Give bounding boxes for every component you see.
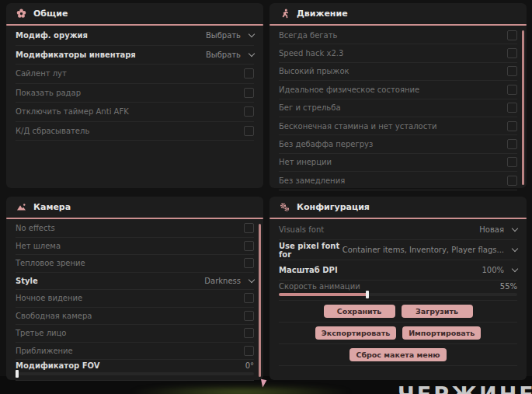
slider-value: 0° xyxy=(245,361,254,370)
row-content: Бег и стрельба xyxy=(279,103,517,113)
row-label: Всегда бегать xyxy=(279,31,337,40)
row-label: Style xyxy=(16,277,38,285)
chevron-down-icon xyxy=(249,277,255,283)
button-row: Сброс макета меню xyxy=(279,344,517,366)
row-camera-8[interactable]: Модификатор FOV0° xyxy=(16,360,254,381)
row-movement-3[interactable]: Идеальное физическое состояние xyxy=(279,81,517,99)
checkbox[interactable] xyxy=(244,126,254,136)
checkbox[interactable] xyxy=(244,311,254,321)
row-movement-5[interactable]: Бесконечная стамина и нет усталости xyxy=(279,117,517,135)
reset-menu-layout-button[interactable]: Сброс макета меню xyxy=(349,348,446,361)
row-movement-1[interactable]: Speed hack x2.3 xyxy=(279,44,517,62)
row-config-1[interactable]: Use pixel font forContainer items, Inven… xyxy=(279,240,517,260)
chevron-down-icon xyxy=(249,51,255,57)
dropdown[interactable]: 100% xyxy=(482,266,517,274)
row-label: Бег и стрельба xyxy=(279,103,341,112)
row-content: Без дебаффа перегруз xyxy=(279,139,517,149)
checkbox[interactable] xyxy=(244,258,254,268)
panel-title-general: Общие xyxy=(33,9,68,19)
checkbox[interactable] xyxy=(507,66,517,76)
row-general-5[interactable]: К/Д сбрасыватель xyxy=(16,122,254,141)
row-content: Высокий прыжок xyxy=(279,66,517,76)
runner-icon xyxy=(280,9,290,19)
row-content: Тепловое зрение xyxy=(16,258,254,268)
row-camera-0[interactable]: No effects xyxy=(16,220,254,238)
scrollbar[interactable] xyxy=(259,224,261,377)
scrollbar[interactable] xyxy=(522,30,524,185)
row-config-0[interactable]: Visuals fontНовая xyxy=(279,220,517,240)
checkbox[interactable] xyxy=(244,328,254,338)
row-content: Нет инерции xyxy=(279,157,517,167)
dropdown[interactable]: Container items, Inventory, Player flags… xyxy=(342,246,517,254)
slider-fill xyxy=(279,293,367,296)
panel-movement: ДвижениеВсегда бегатьSpeed hack x2.3Высо… xyxy=(269,3,527,188)
checkbox[interactable] xyxy=(244,88,254,98)
row-general-2[interactable]: Сайлент лут xyxy=(16,65,254,84)
checkbox[interactable] xyxy=(244,293,254,303)
row-content: Модификаторы инвентаряВыбрать xyxy=(16,51,254,59)
checkbox[interactable] xyxy=(244,106,254,117)
row-label: Скорость анимации xyxy=(279,282,360,291)
panel-header-camera[interactable]: Камера xyxy=(6,197,263,218)
row-content: Модификатор FOV0° xyxy=(16,361,254,370)
checkbox[interactable] xyxy=(244,346,254,356)
panel-header-general[interactable]: Общие xyxy=(6,3,263,24)
panel-header-movement[interactable]: Движение xyxy=(269,3,527,24)
dropdown[interactable]: Новая xyxy=(479,225,517,234)
dropdown[interactable]: Darkness xyxy=(204,277,254,285)
row-label: К/Д сбрасыватель xyxy=(16,127,89,135)
checkbox[interactable] xyxy=(507,157,517,167)
checkbox[interactable] xyxy=(507,48,517,58)
row-config-2[interactable]: Масштаб DPI100% xyxy=(279,260,517,281)
row-label: Нет инерции xyxy=(279,158,332,166)
panel-camera: КамераNo effectsНет шлемаТепловое зрение… xyxy=(6,197,263,380)
row-label: Ночное видение xyxy=(16,294,82,302)
export-button[interactable]: Экспортировать xyxy=(315,326,396,340)
row-content: StyleDarkness xyxy=(16,277,254,285)
slider-track[interactable] xyxy=(279,293,517,296)
row-camera-7[interactable]: Приближение xyxy=(16,343,254,361)
row-content: Нет шлема xyxy=(16,241,254,251)
row-content: Use pixel font forContainer items, Inven… xyxy=(279,242,517,259)
row-movement-7[interactable]: Нет инерции xyxy=(279,154,517,172)
checkbox[interactable] xyxy=(244,223,254,233)
row-general-3[interactable]: Показать радар xyxy=(16,84,254,103)
row-movement-4[interactable]: Бег и стрельба xyxy=(279,99,517,117)
row-movement-6[interactable]: Без дебаффа перегруз xyxy=(279,135,517,153)
checkbox[interactable] xyxy=(244,241,254,251)
dropdown-value: Darkness xyxy=(204,277,241,285)
row-camera-4[interactable]: Ночное видение xyxy=(16,290,254,308)
save-button[interactable]: Сохранить xyxy=(324,305,395,318)
slider-handle[interactable] xyxy=(366,291,369,298)
checkbox[interactable] xyxy=(244,68,254,78)
row-general-0[interactable]: Модиф. оружияВыбрать xyxy=(16,26,254,46)
checkbox[interactable] xyxy=(507,30,517,40)
row-config-3[interactable]: Скорость анимации55% xyxy=(279,281,517,301)
row-movement-2[interactable]: Высокий прыжок xyxy=(279,63,517,81)
row-content: Приближение xyxy=(16,346,254,356)
row-camera-6[interactable]: Третье лицо xyxy=(16,325,254,343)
row-movement-0[interactable]: Всегда бегать xyxy=(279,26,517,44)
slider-track[interactable] xyxy=(16,372,254,375)
panel-header-config[interactable]: Конфигурация xyxy=(269,197,527,218)
row-camera-1[interactable]: Нет шлема xyxy=(16,238,254,256)
row-camera-5[interactable]: Свободная камера xyxy=(16,308,254,326)
load-button[interactable]: Загрузить xyxy=(402,305,473,318)
dropdown[interactable]: Выбрать xyxy=(206,31,254,40)
dropdown[interactable]: Выбрать xyxy=(206,51,254,59)
chevron-down-icon xyxy=(512,246,518,252)
checkbox[interactable] xyxy=(507,139,517,149)
slider-handle[interactable] xyxy=(16,370,19,378)
row-general-4[interactable]: Отключить таймер Anti AFK xyxy=(16,103,254,122)
panel-title-camera: Камера xyxy=(33,202,71,212)
checkbox[interactable] xyxy=(507,103,517,113)
checkbox[interactable] xyxy=(507,121,517,131)
row-camera-2[interactable]: Тепловое зрение xyxy=(16,255,254,273)
checkbox[interactable] xyxy=(507,176,517,186)
row-movement-8[interactable]: Без замедления xyxy=(279,172,517,190)
row-content: Третье лицо xyxy=(16,328,254,338)
row-camera-3[interactable]: StyleDarkness xyxy=(16,273,254,291)
row-general-1[interactable]: Модификаторы инвентаряВыбрать xyxy=(16,46,254,65)
import-button[interactable]: Импортировать xyxy=(402,326,481,340)
checkbox[interactable] xyxy=(507,85,517,95)
